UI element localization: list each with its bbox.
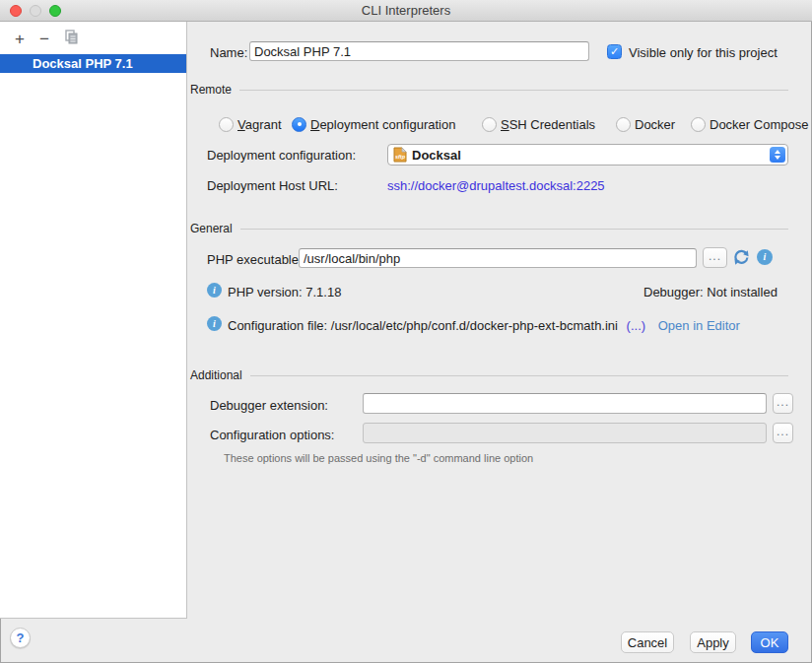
php-executable-input[interactable] [299,248,697,268]
chevron-up-icon [775,150,780,154]
ok-button[interactable]: OK [751,631,788,653]
deployment-host-url-value: ssh://docker@drupaltest.docksal:2225 [387,178,605,193]
cli-interpreters-dialog: CLI Interpreters + − Docksal PHP 7.1 [0,0,812,663]
radio-docker[interactable]: Docker [616,115,675,133]
radio-circle [691,117,706,132]
sidebar-toolbar: + − [0,28,83,51]
radio-label: Vagrant [237,117,282,132]
visible-only-checkbox[interactable]: ✓ [607,44,622,59]
configuration-file-more-link[interactable]: (...) [627,318,646,333]
radio-docker-compose[interactable]: Docker Compose [691,115,808,133]
radio-label: Deployment configuration [310,117,455,132]
php-executable-browse-button[interactable]: ... [703,247,727,268]
general-section-header: General [190,222,788,235]
check-icon: ✓ [610,45,619,57]
sidebar-item-label: Docksal PHP 7.1 [33,56,133,71]
interpreters-sidebar: + − Docksal PHP 7.1 [0,22,187,619]
reload-php-info-icon[interactable] [732,248,751,267]
radio-label: Docker [635,117,675,132]
info-icon: i [207,283,222,298]
radio-circle [219,117,234,132]
name-label: Name: [210,45,247,60]
select-stepper[interactable] [770,147,785,163]
configuration-options-browse-button[interactable]: ... [773,423,793,443]
apply-button[interactable]: Apply [690,631,736,653]
configuration-options-label: Configuration options: [210,428,334,442]
configuration-file-text: Configuration file: /usr/local/etc/php/c… [228,318,618,333]
cancel-button[interactable]: Cancel [621,631,674,653]
configuration-options-input [363,423,767,443]
remove-interpreter-button[interactable]: − [33,29,56,50]
section-divider [240,229,788,230]
radio-label: SSH Credentials [501,117,595,132]
deployment-configuration-value: Docksal [412,148,461,163]
section-divider [250,375,788,376]
general-header-text: General [190,222,233,235]
debugger-status-text: Debugger: Not installed [643,285,778,299]
radio-circle [616,117,631,132]
additional-section-header: Additional [190,368,788,382]
copy-icon [64,30,79,49]
deployment-configuration-label: Deployment configuration: [207,148,356,163]
titlebar: CLI Interpreters [0,0,812,22]
name-input[interactable] [249,41,589,61]
php-executable-label: PHP executable: [207,252,303,267]
debugger-extension-browse-button[interactable]: ... [773,393,793,414]
copy-interpreter-button[interactable] [59,29,83,50]
radio-vagrant[interactable]: Vagrant [219,115,282,133]
radio-ssh-credentials[interactable]: SSH Credentials [482,115,595,133]
add-interpreter-button[interactable]: + [8,29,32,50]
additional-header-text: Additional [190,368,242,382]
svg-text:sftp: sftp [395,154,406,160]
radio-label: Docker Compose [710,117,808,132]
sidebar-item-docksal-php[interactable]: Docksal PHP 7.1 [0,54,186,73]
radio-circle [482,117,497,132]
deployment-configuration-select[interactable]: sftp Docksal [387,144,788,166]
configuration-file-row: Configuration file: /usr/local/etc/php/c… [228,318,740,333]
help-button[interactable]: ? [10,628,31,648]
remote-header-text: Remote [190,83,232,97]
radio-circle-selected [292,117,306,132]
open-in-editor-link[interactable]: Open in Editor [658,318,740,333]
php-info-icon[interactable]: i [757,249,773,265]
deployment-host-url-label: Deployment Host URL: [207,178,338,193]
options-note-text: These options will be passed using the "… [224,452,533,464]
window-title: CLI Interpreters [0,3,812,18]
info-icon: i [207,316,222,331]
section-divider [239,90,788,91]
php-version-text: PHP version: 7.1.18 [228,285,341,299]
sftp-icon: sftp [393,147,407,163]
debugger-extension-input[interactable] [363,393,767,414]
debugger-extension-label: Debugger extension: [210,398,328,413]
remote-section-header: Remote [190,83,788,97]
chevron-down-icon [775,156,780,160]
radio-deployment-configuration[interactable]: Deployment configuration [292,115,455,133]
visible-only-label: Visible only for this project [629,45,778,60]
